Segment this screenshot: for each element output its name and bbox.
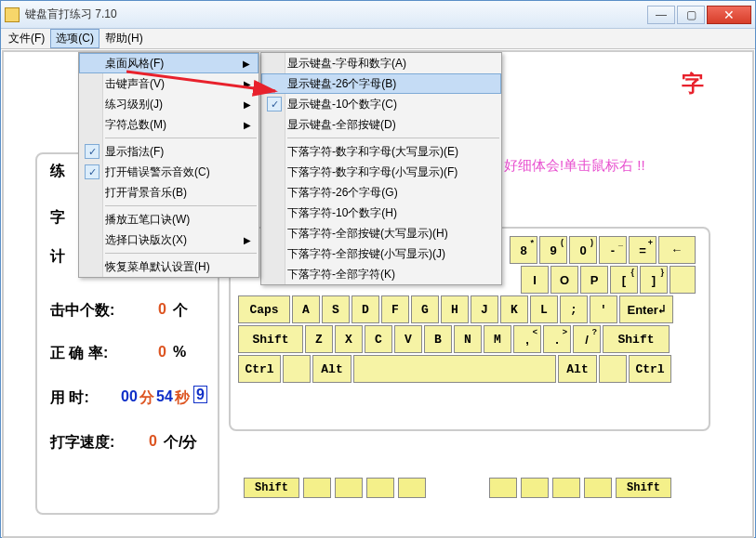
- key-rshift[interactable]: Shift: [603, 325, 670, 353]
- key-m[interactable]: M: [484, 325, 511, 353]
- menu-options[interactable]: 选项(C): [50, 29, 99, 48]
- key-l[interactable]: L: [530, 295, 558, 323]
- menu-fall-alnum-lower[interactable]: 下落字符-数字和字母(小写显示)(F): [261, 162, 501, 182]
- key-s[interactable]: S: [322, 295, 350, 323]
- key-f[interactable]: F: [381, 295, 409, 323]
- hint-key: [584, 478, 612, 498]
- menu-fall-all-upper[interactable]: 下落字符-全部按键(大写显示)(H): [261, 223, 501, 243]
- key-lctrl[interactable]: Ctrl: [238, 355, 281, 383]
- hit-value: 0: [158, 301, 166, 318]
- key-space[interactable]: [353, 355, 556, 383]
- app-icon: [5, 7, 20, 22]
- hint-key: [335, 478, 363, 498]
- key-v[interactable]: V: [394, 325, 422, 353]
- close-button[interactable]: ✕: [707, 6, 751, 24]
- key-k[interactable]: K: [500, 295, 528, 323]
- menu-error-sound[interactable]: ✓打开错误警示音效(C): [79, 162, 259, 182]
- key-j[interactable]: J: [471, 295, 498, 323]
- menu-restore-defaults[interactable]: 恢复菜单默认设置(H): [79, 256, 259, 277]
- speed-value: 0: [149, 433, 157, 450]
- key-z[interactable]: Z: [305, 325, 333, 353]
- key-period[interactable]: .>: [543, 325, 571, 353]
- menu-file[interactable]: 文件(F): [3, 29, 50, 48]
- menu-show-kb-all[interactable]: 显示键盘-全部按键(D): [261, 114, 501, 135]
- key-c[interactable]: C: [365, 325, 392, 353]
- key-n[interactable]: N: [454, 325, 482, 353]
- menu-fall-all-chars[interactable]: 下落字符-全部字符(K): [261, 264, 501, 284]
- menu-show-kb-26[interactable]: 显示键盘-26个字母(B): [261, 73, 501, 94]
- key-quote[interactable]: ': [590, 295, 617, 323]
- key-slash[interactable]: /?: [573, 325, 601, 353]
- time-label: 用 时:: [50, 389, 89, 405]
- speed-unit: 个/分: [164, 434, 197, 450]
- menu-bg-music[interactable]: 打开背景音乐(B): [79, 182, 259, 203]
- menu-show-kb-10[interactable]: ✓显示键盘-10个数字(C): [261, 94, 501, 114]
- speed-label: 打字速度:: [50, 434, 114, 450]
- key-backspace[interactable]: ←: [658, 236, 696, 264]
- menu-play-wubi[interactable]: 播放五笔口诀(W): [79, 209, 259, 230]
- hint-key: [489, 478, 517, 498]
- key-rwin[interactable]: [599, 355, 627, 383]
- key-semicolon[interactable]: ;: [560, 295, 588, 323]
- key-lbracket[interactable]: [{: [610, 266, 638, 294]
- content-area: 字 好细体会!单击鼠标右 !! 桌面风格(F)▶ 击键声音(V)▶ 练习级别(J…: [2, 50, 754, 538]
- menu-desktop-style[interactable]: 桌面风格(F)▶: [79, 53, 259, 73]
- menu-fall-all-lower[interactable]: 下落字符-全部按键(小写显示)(J): [261, 243, 501, 264]
- key-o[interactable]: O: [550, 266, 578, 294]
- menu-select-version[interactable]: 选择口诀版次(X)▶: [79, 230, 259, 250]
- key-ralt[interactable]: Alt: [558, 355, 597, 383]
- titlebar: 键盘盲打练习 7.10 — ▢ ✕: [1, 1, 755, 29]
- desktop-style-submenu: 显示键盘-字母和数字(A) 显示键盘-26个字母(B) ✓显示键盘-10个数字(…: [260, 52, 502, 285]
- stat-partial-2: 字: [50, 209, 65, 225]
- menu-help[interactable]: 帮助(H): [99, 29, 149, 48]
- key-d[interactable]: D: [351, 295, 379, 323]
- key-p[interactable]: P: [580, 266, 608, 294]
- stat-partial-1: 练: [50, 163, 65, 178]
- key-g[interactable]: G: [411, 295, 439, 323]
- menubar: 文件(F) 选项(C) 帮助(H): [1, 29, 755, 49]
- hit-unit: 个: [173, 302, 188, 318]
- menu-fall-10[interactable]: 下落字符-10个数字(H): [261, 203, 501, 223]
- stat-partial-3: 计: [50, 248, 65, 264]
- hint-lshift: Shift: [244, 478, 299, 498]
- app-window: 键盘盲打练习 7.10 — ▢ ✕ 文件(F) 选项(C) 帮助(H) 字 好细…: [0, 0, 756, 538]
- key-minus[interactable]: -_: [599, 236, 627, 264]
- menu-key-sound[interactable]: 击键声音(V)▶: [79, 73, 259, 94]
- accuracy-label: 正 确 率:: [50, 345, 108, 361]
- key-comma[interactable]: ,<: [513, 325, 541, 353]
- menu-show-kb-alnum[interactable]: 显示键盘-字母和数字(A): [261, 53, 501, 73]
- key-rbracket[interactable]: ]}: [640, 266, 668, 294]
- menu-practice-level[interactable]: 练习级别(J)▶: [79, 94, 259, 114]
- key-8[interactable]: 8*: [510, 236, 537, 264]
- key-lwin[interactable]: [283, 355, 311, 383]
- menu-fall-alnum-upper[interactable]: 下落字符-数字和字母(大写显示)(E): [261, 141, 501, 162]
- key-enter[interactable]: Enter↲: [619, 295, 673, 323]
- maximize-button[interactable]: ▢: [677, 6, 705, 24]
- time-sec-unit: 秒: [175, 388, 190, 408]
- key-lalt[interactable]: Alt: [312, 355, 351, 383]
- key-rctrl[interactable]: Ctrl: [629, 355, 671, 383]
- key-backslash[interactable]: [670, 266, 696, 294]
- key-equals[interactable]: =+: [629, 236, 657, 264]
- time-sec: 54: [156, 388, 173, 404]
- key-b[interactable]: B: [424, 325, 452, 353]
- hint-key: [303, 478, 331, 498]
- finger-hint-row: Shift Shift: [244, 478, 671, 498]
- hint-key: [552, 478, 580, 498]
- key-0[interactable]: 0): [569, 236, 597, 264]
- key-x[interactable]: X: [335, 325, 363, 353]
- hint-key: [366, 478, 394, 498]
- time-min-unit: 分: [139, 388, 154, 408]
- menu-fall-26[interactable]: 下落字符-26个字母(G): [261, 182, 501, 203]
- key-h[interactable]: H: [441, 295, 469, 323]
- key-9[interactable]: 9(: [539, 236, 567, 264]
- hint-key: [398, 478, 426, 498]
- key-caps[interactable]: Caps: [238, 295, 290, 323]
- menu-show-fingering[interactable]: ✓显示指法(F): [79, 141, 259, 162]
- key-lshift[interactable]: Shift: [238, 325, 303, 353]
- options-submenu: 桌面风格(F)▶ 击键声音(V)▶ 练习级别(J)▶ 字符总数(M)▶ ✓显示指…: [78, 52, 259, 278]
- key-a[interactable]: A: [292, 295, 320, 323]
- key-i[interactable]: I: [521, 266, 549, 294]
- minimize-button[interactable]: —: [647, 6, 675, 24]
- menu-char-count[interactable]: 字符总数(M)▶: [79, 114, 259, 135]
